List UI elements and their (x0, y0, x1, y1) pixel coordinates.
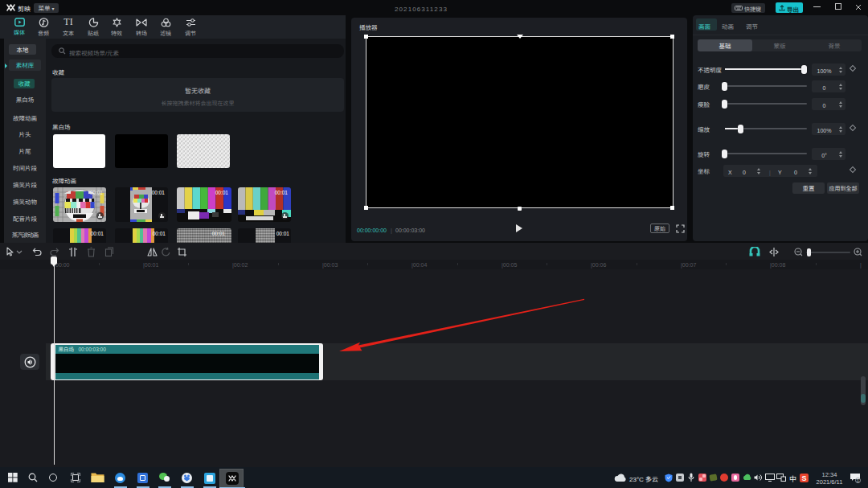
svg-text:1: 1 (857, 478, 859, 483)
